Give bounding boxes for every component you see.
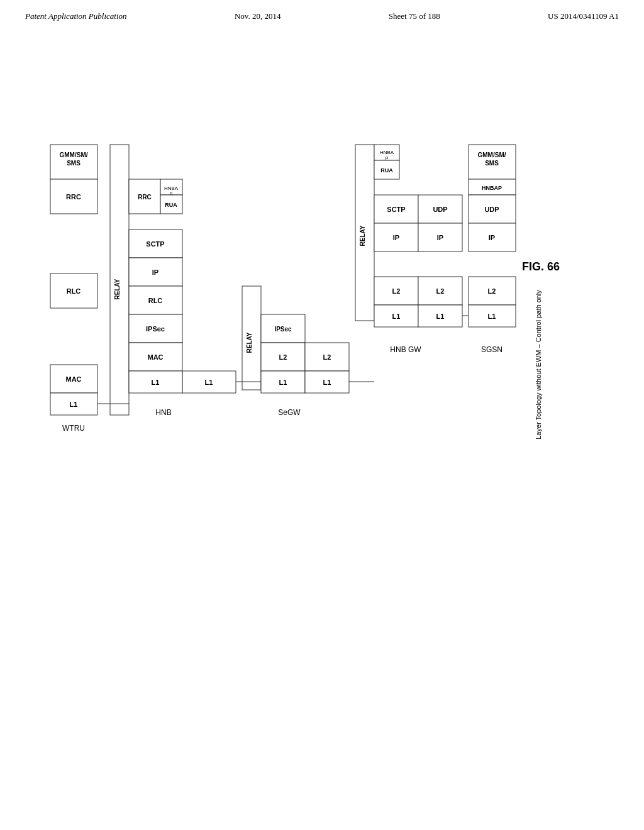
svg-text:IPSec: IPSec bbox=[146, 325, 165, 333]
svg-text:L2: L2 bbox=[279, 353, 287, 361]
svg-text:RUA: RUA bbox=[380, 167, 393, 174]
svg-text:L1: L1 bbox=[152, 379, 160, 386]
svg-text:FIG. 66: FIG. 66 bbox=[522, 260, 560, 273]
svg-text:RUA: RUA bbox=[165, 202, 177, 208]
svg-text:UDP: UDP bbox=[484, 206, 499, 213]
svg-text:GMM/SM/: GMM/SM/ bbox=[478, 152, 506, 158]
svg-text:L2: L2 bbox=[488, 287, 496, 295]
svg-text:SCTP: SCTP bbox=[387, 206, 405, 213]
svg-text:SMS: SMS bbox=[485, 160, 499, 167]
svg-text:RLC: RLC bbox=[148, 297, 163, 304]
sheet-number: Sheet 75 of 188 bbox=[389, 11, 440, 21]
svg-text:L1: L1 bbox=[279, 379, 287, 386]
svg-text:WTRU: WTRU bbox=[62, 424, 85, 433]
svg-text:RELAY: RELAY bbox=[246, 332, 253, 353]
svg-text:L1: L1 bbox=[488, 313, 496, 320]
svg-text:L2: L2 bbox=[436, 287, 445, 295]
svg-text:L2: L2 bbox=[392, 287, 401, 295]
svg-text:HNBAP: HNBAP bbox=[482, 185, 502, 191]
svg-text:RRC: RRC bbox=[66, 193, 81, 201]
patent-number: US 2014/0341109 A1 bbox=[548, 11, 619, 21]
svg-text:MAC: MAC bbox=[147, 353, 163, 361]
svg-text:SCTP: SCTP bbox=[146, 240, 164, 248]
svg-text:UDP: UDP bbox=[433, 206, 447, 213]
svg-text:IP: IP bbox=[393, 234, 399, 241]
svg-text:IP: IP bbox=[489, 234, 495, 241]
publication-date: Nov. 20, 2014 bbox=[235, 11, 281, 21]
svg-text:L1: L1 bbox=[392, 313, 401, 320]
svg-text:Layer Topology without EWM – C: Layer Topology without EWM – Control pat… bbox=[535, 290, 542, 440]
protocol-diagram: GMM/SM/ SMS RRC RLC MAC L1 WTRU RELAY RR… bbox=[19, 50, 585, 742]
svg-text:L2: L2 bbox=[323, 353, 331, 361]
svg-text:SMS: SMS bbox=[67, 160, 80, 167]
svg-text:p: p bbox=[386, 155, 389, 160]
svg-text:HNB GW: HNB GW bbox=[390, 345, 421, 354]
svg-text:IP: IP bbox=[152, 268, 158, 276]
svg-text:RLC: RLC bbox=[67, 287, 81, 295]
svg-text:HNB: HNB bbox=[155, 408, 171, 417]
svg-text:RELAY: RELAY bbox=[114, 279, 121, 299]
svg-text:MAC: MAC bbox=[65, 375, 81, 383]
svg-text:SeGW: SeGW bbox=[278, 408, 301, 417]
svg-text:IPSec: IPSec bbox=[274, 326, 292, 333]
svg-text:IP: IP bbox=[437, 234, 443, 241]
svg-text:SGSN: SGSN bbox=[481, 345, 502, 354]
page-header: Patent Application Publication Nov. 20, … bbox=[0, 0, 644, 21]
svg-text:L1: L1 bbox=[70, 401, 78, 408]
svg-text:L1: L1 bbox=[205, 379, 213, 386]
svg-text:L1: L1 bbox=[436, 313, 445, 320]
svg-text:GMM/SM/: GMM/SM/ bbox=[60, 152, 88, 158]
svg-text:RELAY: RELAY bbox=[359, 225, 366, 246]
publication-type: Patent Application Publication bbox=[25, 11, 127, 21]
svg-text:RRC: RRC bbox=[138, 194, 152, 201]
svg-text:L1: L1 bbox=[323, 379, 331, 386]
